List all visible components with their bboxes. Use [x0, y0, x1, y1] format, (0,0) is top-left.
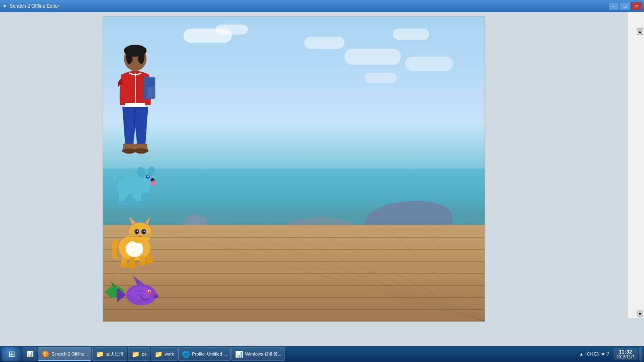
taskbar-item-profile[interactable]: 🌐 Profile: Untitled ... [178, 347, 231, 361]
scroll-up-button[interactable]: ▲ [637, 28, 643, 35]
tray-arrow-icon[interactable]: ▲ [579, 352, 584, 356]
tray-en-icon: EN [594, 352, 600, 356]
right-scrollbar-panel: ▲ ▼ [628, 12, 644, 318]
taskbar-item-folder3[interactable]: 📁 work [151, 347, 178, 361]
app-icon: ✦ [2, 3, 7, 9]
svg-point-36 [151, 181, 155, 185]
svg-point-47 [129, 222, 151, 243]
fish-sprite[interactable] [105, 270, 165, 315]
title-bar-controls: ─ □ ✕ [609, 2, 642, 10]
svg-point-67 [120, 263, 128, 267]
cat-sprite[interactable] [107, 210, 163, 269]
svg-point-16 [138, 58, 141, 62]
svg-point-82 [149, 291, 150, 292]
folder3-label: work [165, 352, 174, 356]
svg-text:S: S [44, 352, 47, 356]
svg-point-57 [144, 231, 145, 232]
svg-point-46 [126, 241, 143, 257]
windows-logo-icon: ⊞ [8, 349, 15, 359]
scroll-down-button[interactable]: ▼ [637, 311, 643, 317]
svg-point-34 [147, 175, 149, 177]
svg-point-15 [130, 58, 133, 62]
system-tray: ▲ | CH EN ★ ? [577, 351, 612, 357]
tray-help-icon[interactable]: ? [607, 351, 609, 357]
svg-marker-79 [133, 276, 145, 285]
svg-point-70 [145, 259, 153, 263]
svg-marker-74 [111, 282, 117, 287]
clock-time: 11:32 [617, 349, 635, 355]
svg-point-69 [138, 261, 146, 265]
taskbar: ⊞ 📊 S Scratch 2 Offline... 📁 农夫过河 📁 ps 📁… [0, 346, 644, 362]
folder2-icon: 📁 [132, 350, 140, 358]
stage-background [103, 16, 485, 321]
taskbar-right: ▲ | CH EN ★ ? 11:32 2018/11/7 [577, 347, 642, 361]
maximize-button[interactable]: □ [620, 2, 630, 10]
scratch-app-icon: S [41, 350, 50, 358]
dog-sprite[interactable] [109, 161, 161, 207]
taskbar-item-taskmgr[interactable]: 📊 Windows 任务管... [231, 347, 285, 361]
svg-point-68 [128, 264, 136, 268]
scratch-taskbar-label: Scratch 2 Offline... [52, 352, 88, 356]
profile-label: Profile: Untitled ... [192, 352, 227, 356]
taskmgr-icon: 📊 [235, 350, 243, 358]
clock-area[interactable]: 11:32 2018/11/7 [613, 348, 638, 360]
svg-point-56 [137, 231, 138, 232]
browser-icon: 🌐 [182, 350, 190, 358]
tray-star-icon: ★ [601, 351, 605, 357]
title-bar: ✦ Scratch 2 Offline Editor ─ □ ✕ [0, 0, 644, 12]
taskmgr-label: Windows 任务管... [245, 351, 281, 357]
svg-point-26 [134, 148, 149, 153]
taskbar-item-scratch[interactable]: S Scratch 2 Offline... [38, 347, 91, 361]
taskbar-item-folder2[interactable]: 📁 ps [128, 347, 150, 361]
svg-point-44 [140, 198, 148, 202]
svg-point-41 [118, 201, 126, 205]
sprites-on-stage [103, 33, 485, 321]
title-bar-title: Scratch 2 Offline Editor [10, 3, 59, 9]
close-button[interactable]: ✕ [631, 2, 642, 10]
svg-marker-75 [105, 287, 106, 297]
boy-sprite[interactable] [111, 41, 159, 171]
bar-chart-icon: 📊 [27, 351, 33, 357]
clock-date: 2018/11/7 [617, 355, 635, 359]
minimize-button[interactable]: ─ [609, 2, 619, 10]
tray-separator: | [585, 352, 586, 356]
svg-point-43 [134, 201, 142, 205]
tray-ch-icon: CH [587, 352, 592, 356]
stage-container: ⊹ [103, 16, 485, 322]
task-manager-icon[interactable]: 📊 [23, 347, 37, 361]
folder1-label: 农夫过河 [106, 351, 124, 357]
title-bar-left: ✦ Scratch 2 Offline Editor [2, 3, 59, 9]
svg-point-83 [153, 294, 159, 298]
show-desktop-button[interactable] [639, 347, 642, 361]
taskbar-item-folder1[interactable]: 📁 农夫过河 [92, 347, 127, 361]
start-button[interactable]: ⊞ [2, 347, 22, 361]
main-area: ⊹ [0, 12, 644, 350]
folder1-icon: 📁 [96, 350, 104, 358]
folder2-label: ps [142, 352, 147, 356]
svg-point-42 [126, 201, 134, 205]
folder3-icon: 📁 [155, 350, 163, 358]
